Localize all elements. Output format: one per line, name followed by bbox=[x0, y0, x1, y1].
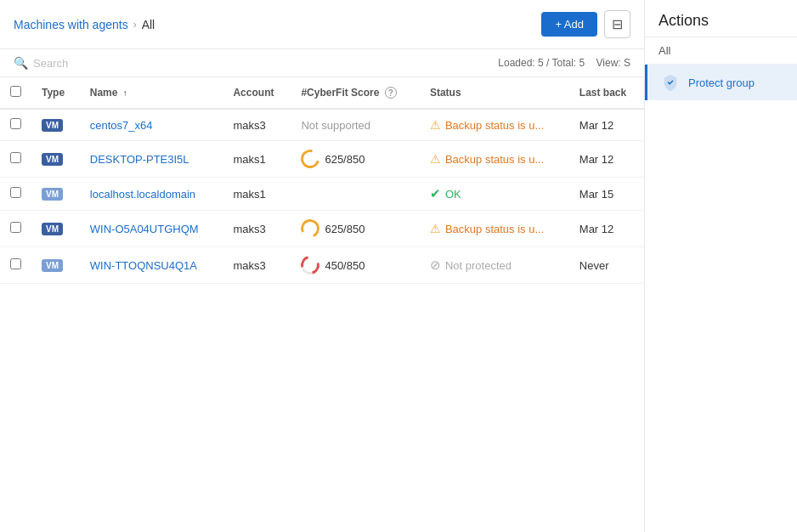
col-lastbackup: Last back bbox=[569, 77, 644, 109]
status: ⚠Backup status is u... bbox=[420, 109, 569, 141]
loaded-info: Loaded: 5 / Total: 5 bbox=[498, 57, 585, 69]
sort-arrow-name: ↑ bbox=[123, 88, 127, 98]
machines-table: Type Name ↑ Account #CyberFit Score ? St… bbox=[0, 77, 644, 284]
machines-table-container: Type Name ↑ Account #CyberFit Score ? St… bbox=[0, 77, 644, 532]
type-badge: VM bbox=[42, 153, 63, 166]
status-text: Backup status is u... bbox=[445, 119, 544, 132]
page-header: Machines with agents › All + Add ⊟ bbox=[0, 0, 644, 49]
col-status: Status bbox=[420, 77, 569, 109]
col-name[interactable]: Name ↑ bbox=[80, 77, 223, 109]
warn-icon: ⚠ bbox=[430, 222, 441, 235]
toolbar-info: Loaded: 5 / Total: 5 View: S bbox=[498, 57, 630, 69]
account: maks3 bbox=[223, 211, 291, 247]
table-body: VMcentos7_x64maks3Not supported⚠Backup s… bbox=[0, 109, 644, 284]
account: maks1 bbox=[223, 178, 291, 211]
type-badge: VM bbox=[42, 259, 63, 272]
cyberfit-score bbox=[291, 178, 419, 211]
account: maks3 bbox=[223, 109, 291, 141]
type-badge: VM bbox=[42, 188, 63, 201]
table-row: VMWIN-TTOQNSU4Q1Amaks3450/850⊘Not protec… bbox=[0, 247, 644, 284]
account: maks3 bbox=[223, 247, 291, 284]
add-button[interactable]: + Add bbox=[541, 12, 597, 37]
row-checkbox[interactable] bbox=[10, 258, 21, 269]
status: ⊘Not protected bbox=[420, 247, 569, 284]
search-input[interactable]: Search bbox=[33, 57, 68, 70]
status: ⚠Backup status is u... bbox=[420, 211, 569, 247]
table-row: VMWIN-O5A04UTGHQMmaks3625/850⚠Backup sta… bbox=[0, 211, 644, 247]
cyberfit-score: Not supported bbox=[291, 109, 419, 141]
select-all-checkbox[interactable] bbox=[10, 86, 21, 97]
search-box: 🔍 Search bbox=[14, 56, 68, 70]
select-all-checkbox-cell bbox=[0, 77, 31, 109]
table-row: VMlocalhost.localdomainmaks1✔OKMar 15 bbox=[0, 178, 644, 211]
actions-panel-title: Actions bbox=[645, 0, 797, 37]
cyberfit-score: 625/850 bbox=[291, 211, 419, 247]
table-row: VMcentos7_x64maks3Not supported⚠Backup s… bbox=[0, 109, 644, 141]
actions-panel: Actions All Protect group bbox=[644, 0, 797, 532]
ok-icon: ✔ bbox=[430, 186, 441, 201]
row-checkbox[interactable] bbox=[10, 187, 21, 198]
action-protect-group[interactable]: Protect group bbox=[645, 65, 797, 100]
layout-icon: ⊟ bbox=[612, 17, 623, 31]
type-badge: VM bbox=[42, 223, 63, 235]
not-protected-icon: ⊘ bbox=[430, 258, 441, 273]
last-backup: Mar 12 bbox=[569, 211, 644, 247]
cyberfit-help-icon[interactable]: ? bbox=[385, 87, 397, 99]
breadcrumb: Machines with agents › All bbox=[14, 18, 155, 31]
cyberfit-score: 625/850 bbox=[291, 141, 419, 178]
breadcrumb-link[interactable]: Machines with agents bbox=[14, 18, 128, 31]
table-header-row: Type Name ↑ Account #CyberFit Score ? St… bbox=[0, 77, 644, 109]
last-backup: Mar 15 bbox=[569, 178, 644, 211]
breadcrumb-current: All bbox=[142, 18, 155, 31]
add-button-label: + Add bbox=[555, 18, 584, 31]
last-backup: Mar 12 bbox=[569, 141, 644, 178]
toolbar: 🔍 Search Loaded: 5 / Total: 5 View: S bbox=[0, 49, 644, 77]
breadcrumb-separator: › bbox=[133, 19, 137, 31]
status: ✔OK bbox=[420, 178, 569, 211]
search-icon: 🔍 bbox=[14, 56, 28, 70]
col-account: Account bbox=[223, 77, 291, 109]
header-actions: + Add ⊟ bbox=[541, 10, 630, 38]
main-content: Machines with agents › All + Add ⊟ 🔍 Sea… bbox=[0, 0, 644, 532]
account: maks1 bbox=[223, 141, 291, 178]
table-row: VMDESKTOP-PTE3I5Lmaks1625/850⚠Backup sta… bbox=[0, 141, 644, 178]
status-text: Backup status is u... bbox=[445, 153, 544, 166]
machine-name[interactable]: DESKTOP-PTE3I5L bbox=[80, 141, 223, 178]
status-text: Backup status is u... bbox=[445, 223, 544, 235]
status: ⚠Backup status is u... bbox=[420, 141, 569, 178]
view-label: View: S bbox=[596, 57, 630, 69]
shield-check-icon bbox=[661, 73, 680, 92]
machine-name[interactable]: localhost.localdomain bbox=[80, 178, 223, 211]
actions-filter: All bbox=[645, 37, 797, 65]
row-checkbox[interactable] bbox=[10, 118, 21, 129]
type-badge: VM bbox=[42, 119, 63, 132]
status-text: Not protected bbox=[445, 259, 512, 272]
warn-icon: ⚠ bbox=[430, 118, 441, 132]
action-protect-group-label: Protect group bbox=[688, 76, 755, 89]
row-checkbox[interactable] bbox=[10, 152, 21, 163]
cyberfit-score: 450/850 bbox=[291, 247, 419, 284]
col-cyberfit: #CyberFit Score ? bbox=[291, 77, 419, 109]
layout-toggle-button[interactable]: ⊟ bbox=[604, 10, 630, 38]
row-checkbox[interactable] bbox=[10, 222, 21, 233]
col-type: Type bbox=[31, 77, 80, 109]
machine-name[interactable]: WIN-O5A04UTGHQM bbox=[80, 211, 223, 247]
last-backup: Never bbox=[569, 247, 644, 284]
machine-name[interactable]: centos7_x64 bbox=[80, 109, 223, 141]
last-backup: Mar 12 bbox=[569, 109, 644, 141]
status-text: OK bbox=[445, 188, 461, 201]
machine-name[interactable]: WIN-TTOQNSU4Q1A bbox=[80, 247, 223, 284]
warn-icon: ⚠ bbox=[430, 152, 441, 166]
